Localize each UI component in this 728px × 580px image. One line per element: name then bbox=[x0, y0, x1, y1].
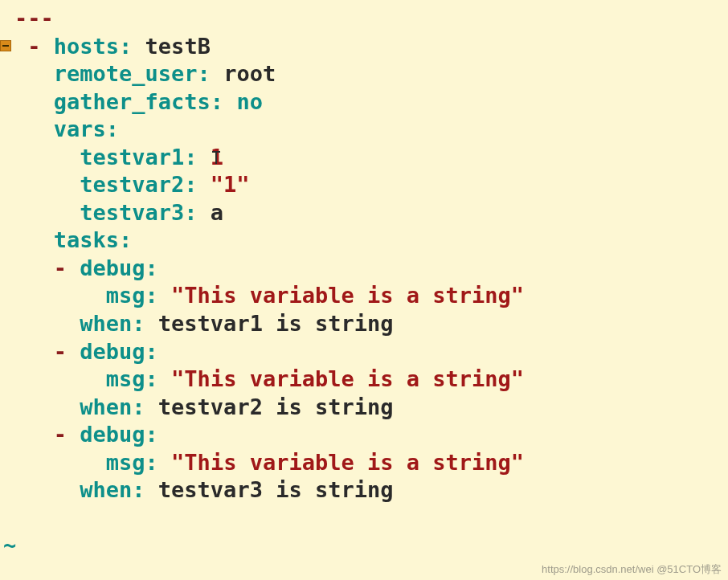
testvar2-key: testvar2 bbox=[80, 172, 184, 197]
task2-module: debug bbox=[80, 422, 145, 447]
hosts-value: testB bbox=[145, 34, 211, 59]
task0-when-val: testvar1 is string bbox=[158, 311, 394, 336]
remote-user-value: root bbox=[223, 61, 276, 86]
watermark: https://blog.csdn.net/wei @51CTO博客 bbox=[542, 563, 722, 577]
remote-user-key: remote_user bbox=[54, 61, 198, 86]
task1-msg-key: msg bbox=[106, 366, 145, 391]
task1-msg-val: "This variable is a string" bbox=[171, 366, 524, 391]
testvar3-value: a bbox=[211, 200, 223, 225]
task0-when-key: when bbox=[80, 311, 132, 336]
testvar1-key: testvar1 bbox=[80, 145, 184, 170]
task0-module: debug bbox=[80, 255, 145, 280]
gather-facts-key: gather_facts bbox=[54, 89, 211, 114]
gather-facts-value: no bbox=[236, 89, 263, 114]
task2-msg-key: msg bbox=[106, 450, 145, 475]
doc-start: --- bbox=[14, 6, 54, 31]
task2-when-key: when bbox=[80, 477, 132, 502]
task1-module: debug bbox=[80, 339, 145, 364]
task0-msg-key: msg bbox=[106, 283, 145, 308]
task1-when-key: when bbox=[80, 394, 132, 419]
vim-tilde: ~ bbox=[0, 533, 16, 558]
fold-icon[interactable] bbox=[0, 40, 11, 51]
task1-when-val: testvar2 is string bbox=[158, 394, 394, 419]
testvar2-value: "1" bbox=[211, 172, 250, 197]
testvar3-key: testvar3 bbox=[80, 200, 184, 225]
testvar1-value: 1 bbox=[211, 145, 223, 170]
vars-key: vars bbox=[54, 116, 106, 141]
task2-when-val: testvar3 is string bbox=[158, 477, 394, 502]
hosts-key: hosts bbox=[54, 34, 119, 59]
task2-msg-val: "This variable is a string" bbox=[171, 450, 524, 475]
tasks-key: tasks bbox=[54, 227, 119, 252]
code-block: --- - hosts: testB remote_user: root gat… bbox=[0, 0, 728, 560]
task0-msg-val: "This variable is a string" bbox=[171, 283, 524, 308]
